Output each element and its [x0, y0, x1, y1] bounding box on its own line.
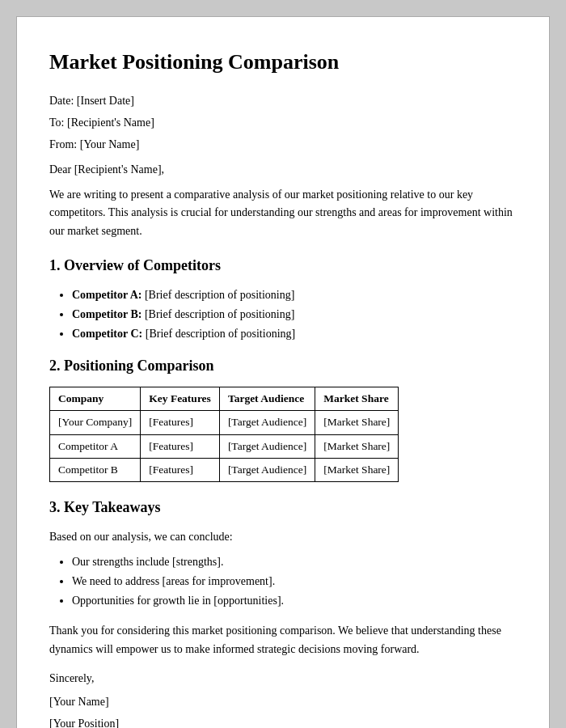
signatory-name: [Your Name] [49, 693, 517, 710]
col-header-features: Key Features [141, 387, 220, 411]
competitor-b-label: Competitor B: [72, 308, 142, 320]
positioning-table: Company Key Features Target Audience Mar… [49, 387, 399, 482]
row2-company: Competitor B [50, 458, 141, 481]
list-item: Competitor B: [Brief description of posi… [72, 306, 517, 323]
table-row: [Your Company] [Features] [Target Audien… [50, 411, 399, 434]
intro-paragraph: We are writing to present a comparative … [49, 186, 517, 240]
from-line: From: [Your Name] [49, 136, 517, 153]
signatory-position: [Your Position] [49, 715, 517, 728]
overview-heading: 1. Overview of Competitors [49, 255, 517, 277]
row0-share: [Market Share] [315, 411, 399, 434]
row2-share: [Market Share] [315, 458, 399, 481]
competitor-c-label: Competitor C: [72, 328, 142, 340]
closing-paragraph: Thank you for considering this market po… [49, 622, 517, 658]
table-row: Competitor A [Features] [Target Audience… [50, 434, 399, 458]
document-title: Market Positioning Comparison [49, 46, 517, 78]
row1-features: [Features] [141, 434, 220, 458]
document-container: Market Positioning Comparison Date: [Ins… [16, 16, 550, 728]
competitors-list: Competitor A: [Brief description of posi… [72, 286, 517, 342]
to-line: To: [Recipient's Name] [49, 114, 517, 131]
list-item: Opportunities for growth lie in [opportu… [72, 592, 517, 609]
takeaways-intro: Based on our analysis, we can conclude: [49, 528, 517, 545]
positioning-heading: 2. Positioning Comparison [49, 355, 517, 377]
col-header-share: Market Share [315, 387, 399, 411]
list-item: We need to address [areas for improvemen… [72, 573, 517, 590]
row1-audience: [Target Audience] [219, 434, 315, 458]
greeting-line: Dear [Recipient's Name], [49, 161, 517, 178]
sincerely-label: Sincerely, [49, 670, 517, 687]
row0-audience: [Target Audience] [219, 411, 315, 434]
col-header-company: Company [50, 387, 141, 411]
date-line: Date: [Insert Date] [49, 92, 517, 109]
row1-share: [Market Share] [315, 434, 399, 458]
list-item: Competitor C: [Brief description of posi… [72, 325, 517, 342]
table-header-row: Company Key Features Target Audience Mar… [50, 387, 399, 411]
row2-audience: [Target Audience] [219, 458, 315, 481]
competitor-a-label: Competitor A: [72, 289, 142, 301]
competitor-b-desc: [Brief description of positioning] [142, 308, 294, 320]
col-header-audience: Target Audience [219, 387, 315, 411]
row0-features: [Features] [141, 411, 220, 434]
list-item: Our strengths include [strengths]. [72, 553, 517, 570]
takeaways-heading: 3. Key Takeaways [49, 497, 517, 518]
row0-company: [Your Company] [50, 411, 141, 434]
list-item: Competitor A: [Brief description of posi… [72, 286, 517, 303]
takeaways-list: Our strengths include [strengths]. We ne… [72, 553, 517, 609]
row2-features: [Features] [141, 458, 220, 481]
competitor-a-desc: [Brief description of positioning] [142, 289, 294, 301]
row1-company: Competitor A [50, 434, 141, 458]
competitor-c-desc: [Brief description of positioning] [142, 328, 295, 340]
table-row: Competitor B [Features] [Target Audience… [50, 458, 399, 481]
